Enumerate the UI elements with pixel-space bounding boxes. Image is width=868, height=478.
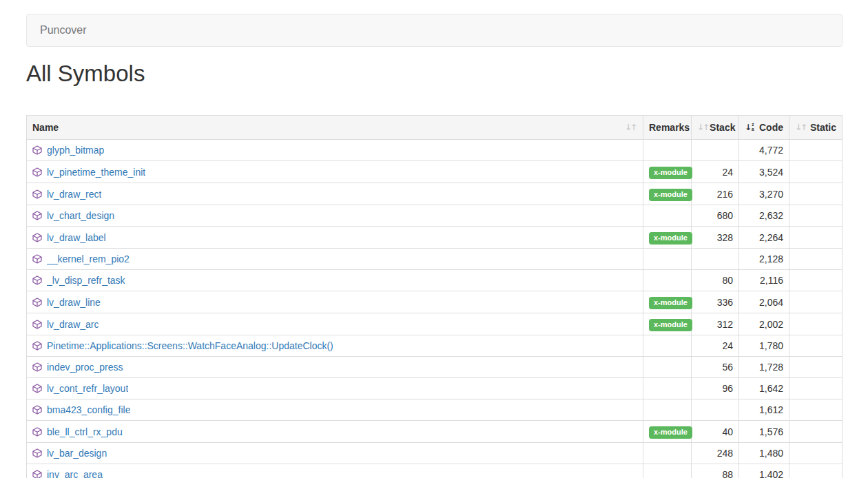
column-header-name[interactable]: Name ↓↑ [27, 116, 643, 140]
static-cell [789, 291, 843, 313]
remarks-cell: x-module [643, 291, 692, 313]
column-header-static-label: Static [810, 121, 836, 134]
sort-icon[interactable]: ↓↑ [625, 123, 637, 132]
name-cell: lv_pinetime_theme_init [27, 161, 643, 183]
code-cell: 1,576 [739, 421, 789, 443]
cube-icon [32, 320, 42, 329]
stack-cell: 336 [692, 291, 739, 313]
remarks-cell [643, 357, 692, 378]
remark-badge: x-module [649, 167, 692, 179]
symbol-link[interactable]: __kernel_rem_pio2 [47, 252, 130, 266]
code-cell: 2,632 [739, 205, 789, 227]
code-cell: 1,728 [739, 357, 789, 378]
name-cell: inv_arc_area [27, 464, 643, 478]
column-header-name-label: Name [32, 121, 59, 134]
stack-cell: 56 [692, 357, 739, 378]
symbols-table-body: glyph_bitmap 4,772 lv_pinetime_theme_ini… [27, 140, 843, 478]
static-cell [789, 270, 843, 291]
sort-icon[interactable]: ↓↑ [697, 123, 710, 132]
symbol-link[interactable]: inv_arc_area [47, 468, 103, 478]
table-row: lv_draw_label x-module 328 2,264 [27, 227, 843, 249]
remarks-cell: x-module [643, 183, 692, 205]
navbar-brand[interactable]: Puncover [27, 14, 100, 46]
symbol-link[interactable]: bma423_config_file [47, 403, 130, 417]
remark-badge: x-module [649, 297, 692, 309]
code-cell: 3,270 [739, 183, 789, 205]
remarks-cell [643, 464, 692, 478]
symbol-link[interactable]: Pinetime::Applications::Screens::WatchFa… [47, 339, 333, 353]
symbol-link[interactable]: lv_cont_refr_layout [47, 382, 128, 395]
name-cell: bma423_config_file [27, 399, 643, 421]
stack-cell [692, 249, 739, 270]
remarks-cell: x-module [643, 227, 692, 249]
remark-badge: x-module [649, 319, 692, 331]
cube-icon [32, 405, 42, 415]
table-row: lv_draw_line x-module 336 2,064 [27, 291, 843, 313]
name-cell: lv_draw_line [27, 291, 643, 313]
code-cell: 1,780 [739, 335, 789, 357]
cube-icon [32, 470, 42, 478]
remarks-cell [643, 335, 692, 357]
cube-icon [32, 145, 42, 155]
remark-badge: x-module [649, 232, 692, 245]
page-container: Puncover All Symbols Name ↓↑ Remarks [26, 14, 843, 478]
sort-desc-icon[interactable]: ↓za [745, 123, 754, 132]
table-row: lv_cont_refr_layout 96 1,642 [27, 378, 843, 399]
symbol-link[interactable]: lv_chart_design [47, 209, 114, 222]
cube-icon [32, 233, 42, 242]
table-row: _lv_disp_refr_task 80 2,116 [27, 270, 843, 291]
code-cell: 1,402 [739, 464, 789, 478]
remarks-cell: x-module [643, 161, 692, 183]
symbol-link[interactable]: lv_draw_rect [47, 187, 101, 201]
column-header-code[interactable]: ↓za Code [739, 116, 789, 140]
code-cell: 3,524 [739, 161, 789, 183]
static-cell [789, 183, 843, 205]
remark-badge: x-module [649, 189, 692, 201]
cube-icon [32, 167, 42, 177]
column-header-remarks: Remarks [643, 116, 692, 140]
column-header-stack[interactable]: ↓↑ Stack [692, 116, 739, 140]
stack-cell [692, 399, 739, 421]
table-row: lv_chart_design 680 2,632 [27, 205, 843, 227]
table-row: ble_ll_ctrl_rx_pdu x-module 40 1,576 [27, 421, 843, 443]
code-cell: 1,642 [739, 378, 789, 399]
navbar: Puncover [26, 14, 843, 47]
symbol-link[interactable]: lv_draw_label [47, 231, 106, 245]
static-cell [789, 464, 843, 478]
static-cell [789, 249, 843, 270]
code-cell: 2,128 [739, 249, 789, 270]
stack-cell: 328 [692, 227, 739, 249]
symbol-link[interactable]: ble_ll_ctrl_rx_pdu [47, 425, 123, 439]
remarks-cell: x-module [643, 313, 692, 335]
symbol-link[interactable]: glyph_bitmap [47, 143, 104, 157]
sort-icon[interactable]: ↓↑ [795, 123, 807, 132]
stack-cell: 96 [692, 378, 739, 399]
symbol-link[interactable]: lv_draw_arc [47, 318, 99, 331]
table-row: indev_proc_press 56 1,728 [27, 357, 843, 378]
name-cell: lv_chart_design [27, 205, 643, 227]
code-cell: 2,116 [739, 270, 789, 291]
remarks-cell [643, 205, 692, 227]
stack-cell: 216 [692, 183, 739, 205]
table-row: Pinetime::Applications::Screens::WatchFa… [27, 335, 843, 357]
static-cell [789, 161, 843, 183]
symbol-link[interactable]: lv_pinetime_theme_init [47, 165, 145, 179]
cube-icon [32, 362, 42, 372]
table-row: lv_bar_design 248 1,480 [27, 443, 843, 464]
table-row: __kernel_rem_pio2 2,128 [27, 249, 843, 270]
table-row: bma423_config_file 1,612 [27, 399, 843, 421]
remarks-cell [643, 270, 692, 291]
column-header-static[interactable]: ↓↑ Static [789, 116, 843, 140]
symbol-link[interactable]: lv_draw_line [47, 295, 101, 309]
stack-cell: 88 [692, 464, 739, 478]
static-cell [789, 421, 843, 443]
name-cell: indev_proc_press [27, 357, 643, 378]
code-cell: 2,064 [739, 291, 789, 313]
symbol-link[interactable]: indev_proc_press [47, 360, 123, 374]
cube-icon [32, 427, 42, 437]
static-cell [789, 313, 843, 335]
symbol-link[interactable]: _lv_disp_refr_task [47, 273, 125, 287]
symbol-link[interactable]: lv_bar_design [47, 446, 107, 460]
remarks-cell [643, 249, 692, 270]
table-row: lv_draw_rect x-module 216 3,270 [27, 183, 843, 205]
